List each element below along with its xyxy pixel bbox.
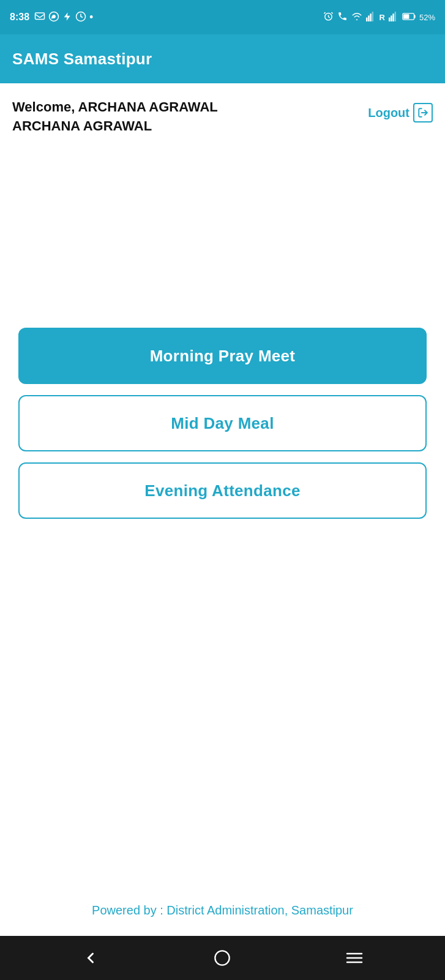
home-button[interactable]: [208, 943, 237, 973]
logout-label: Logout: [368, 106, 409, 120]
welcome-username: ARCHANA AGRAWAL: [12, 117, 218, 136]
back-button[interactable]: [76, 943, 105, 973]
welcome-section: Welcome, ARCHANA AGRAWAL ARCHANA AGRAWAL…: [12, 98, 433, 136]
footer: Powered by : District Administration, Sa…: [12, 891, 433, 936]
svg-rect-6: [370, 13, 371, 21]
svg-rect-11: [395, 12, 396, 21]
svg-rect-9: [391, 15, 392, 21]
wifi-icon: [351, 12, 362, 23]
svg-rect-13: [403, 14, 409, 19]
morning-pray-meet-button[interactable]: Morning Pray Meet: [18, 328, 427, 384]
dot-indicator: •: [89, 11, 93, 24]
notification-icon: [34, 11, 45, 24]
whatsapp-icon: [48, 11, 59, 24]
signal-icon: [366, 12, 376, 23]
bolt-icon: [62, 11, 72, 24]
r-label: R: [380, 13, 385, 22]
mid-day-meal-button[interactable]: Mid Day Meal: [18, 395, 427, 451]
battery-icon: [402, 12, 416, 23]
app-header: SAMS Samastipur: [0, 34, 445, 83]
status-icons-left: •: [34, 11, 93, 24]
welcome-greeting: Welcome, ARCHANA AGRAWAL: [12, 98, 218, 117]
svg-rect-0: [36, 13, 45, 20]
main-content: Welcome, ARCHANA AGRAWAL ARCHANA AGRAWAL…: [0, 83, 445, 936]
top-spacer: [12, 148, 433, 328]
buttons-section: Morning Pray Meet Mid Day Meal Evening A…: [12, 328, 433, 519]
bottom-spacer: [12, 531, 433, 891]
svg-rect-4: [366, 17, 367, 21]
call-icon: [337, 11, 348, 23]
svg-rect-8: [389, 17, 390, 21]
signal2-icon: [389, 12, 398, 23]
footer-text: Powered by : District Administration, Sa…: [92, 903, 353, 917]
battery-percentage: 52%: [419, 13, 435, 22]
clock-icon: [75, 11, 86, 24]
evening-attendance-button[interactable]: Evening Attendance: [18, 462, 427, 519]
welcome-text-block: Welcome, ARCHANA AGRAWAL ARCHANA AGRAWAL: [12, 98, 218, 136]
status-right: R 52%: [323, 11, 435, 23]
status-time: 8:38: [10, 12, 29, 23]
morning-pray-meet-label: Morning Pray Meet: [150, 347, 296, 365]
app-title: SAMS Samastipur: [12, 50, 152, 69]
logout-button[interactable]: Logout: [368, 100, 433, 125]
evening-attendance-label: Evening Attendance: [144, 481, 300, 500]
status-left: 8:38: [10, 11, 93, 24]
svg-rect-7: [372, 12, 373, 21]
logout-arrow-icon: [413, 103, 433, 123]
mid-day-meal-label: Mid Day Meal: [171, 414, 274, 432]
svg-rect-10: [392, 13, 394, 21]
svg-point-16: [215, 951, 230, 965]
status-bar: 8:38: [0, 0, 445, 34]
svg-rect-5: [368, 15, 369, 21]
menu-button[interactable]: [340, 945, 369, 971]
nav-bar: [0, 936, 445, 980]
alarm-icon: [323, 11, 334, 23]
svg-rect-14: [414, 15, 415, 18]
